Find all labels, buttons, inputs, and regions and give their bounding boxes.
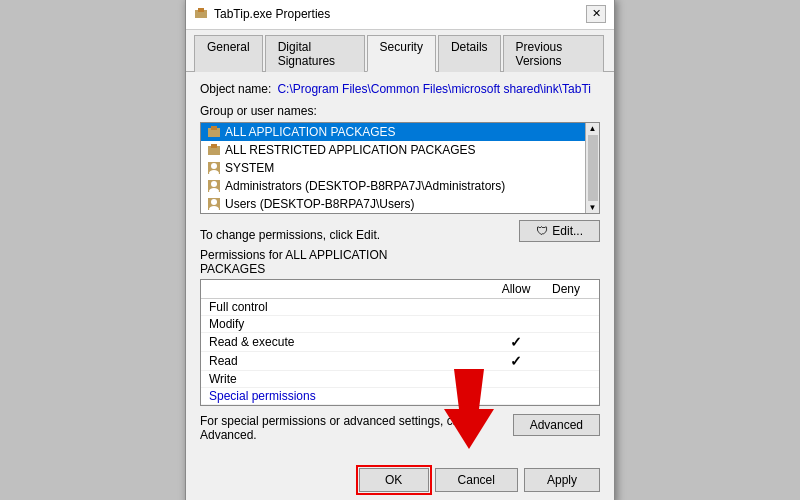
user-icon (207, 179, 221, 193)
object-name-row: Object name: C:\Program Files\Common Fil… (200, 82, 600, 96)
list-item[interactable]: ALL APPLICATION PACKAGES (201, 123, 585, 141)
svg-rect-1 (198, 8, 204, 12)
user-icon (207, 197, 221, 211)
user-name: SYSTEM (225, 161, 274, 175)
dialog-title: TabTip.exe Properties (214, 7, 330, 21)
permission-row-modify: Modify (201, 316, 599, 333)
users-listbox[interactable]: ALL APPLICATION PACKAGES ALL RESTRICTED … (200, 122, 600, 214)
svg-point-7 (211, 163, 217, 169)
permission-row-read-execute: Read & execute ✓ (201, 333, 599, 352)
group-label: Group or user names: (200, 104, 600, 118)
svg-point-13 (211, 199, 217, 205)
tab-digital-signatures[interactable]: Digital Signatures (265, 35, 365, 72)
list-item[interactable]: Users (DESKTOP-B8RPA7J\Users) (201, 195, 585, 213)
package-icon (207, 143, 221, 157)
user-icon (207, 161, 221, 175)
dialog-icon (194, 7, 208, 21)
scroll-up[interactable]: ▲ (589, 124, 597, 133)
object-name-label: Object name: (200, 82, 271, 96)
permission-row-write: Write (201, 371, 599, 388)
apply-button[interactable]: Apply (524, 468, 600, 492)
edit-row: To change permissions, click Edit. 🛡 Edi… (200, 220, 600, 242)
permission-row-read: Read ✓ (201, 352, 599, 371)
advanced-section: For special permissions or advanced sett… (200, 414, 600, 442)
tab-content: Object name: C:\Program Files\Common Fil… (186, 72, 614, 462)
properties-dialog: TabTip.exe Properties ✕ General Digital … (185, 0, 615, 500)
object-name-value: C:\Program Files\Common Files\microsoft … (277, 82, 600, 96)
cancel-button[interactable]: Cancel (435, 468, 518, 492)
tab-general[interactable]: General (194, 35, 263, 72)
user-name: Administrators (DESKTOP-B8RPA7J\Administ… (225, 179, 505, 193)
shield-icon: 🛡 (536, 224, 548, 238)
permissions-label: Permissions for ALL APPLICATION PACKAGES (200, 248, 600, 276)
change-permissions-text: To change permissions, click Edit. (200, 228, 380, 242)
permission-row-special: Special permissions (201, 388, 599, 405)
user-name: ALL RESTRICTED APPLICATION PACKAGES (225, 143, 476, 157)
scroll-down[interactable]: ▼ (589, 203, 597, 212)
list-item[interactable]: ALL RESTRICTED APPLICATION PACKAGES (201, 141, 585, 159)
tab-previous-versions[interactable]: Previous Versions (503, 35, 604, 72)
advanced-text: For special permissions or advanced sett… (200, 414, 480, 442)
advanced-button[interactable]: Advanced (513, 414, 600, 436)
permission-row-fullcontrol: Full control (201, 299, 599, 316)
scroll-thumb[interactable] (588, 135, 598, 201)
svg-rect-5 (211, 144, 217, 148)
user-name: Users (DESKTOP-B8RPA7J\Users) (225, 197, 415, 211)
tab-bar: General Digital Signatures Security Deta… (186, 30, 614, 72)
tab-security[interactable]: Security (367, 35, 436, 72)
list-item[interactable]: Administrators (DESKTOP-B8RPA7J\Administ… (201, 177, 585, 195)
ok-button[interactable]: OK (359, 468, 429, 492)
svg-point-10 (211, 181, 217, 187)
title-bar: TabTip.exe Properties ✕ (186, 0, 614, 30)
svg-rect-3 (211, 126, 217, 130)
permissions-table: Allow Deny Full control Modify Read & ex… (200, 279, 600, 406)
list-item[interactable]: SYSTEM (201, 159, 585, 177)
package-icon (207, 125, 221, 139)
listbox-scrollbar[interactable]: ▲ ▼ (585, 123, 599, 213)
bottom-buttons: OK Cancel Apply (186, 462, 614, 501)
edit-button[interactable]: 🛡 Edit... (519, 220, 600, 242)
tab-details[interactable]: Details (438, 35, 501, 72)
close-button[interactable]: ✕ (586, 5, 606, 23)
user-name: ALL APPLICATION PACKAGES (225, 125, 396, 139)
permissions-header: Allow Deny (201, 280, 599, 299)
